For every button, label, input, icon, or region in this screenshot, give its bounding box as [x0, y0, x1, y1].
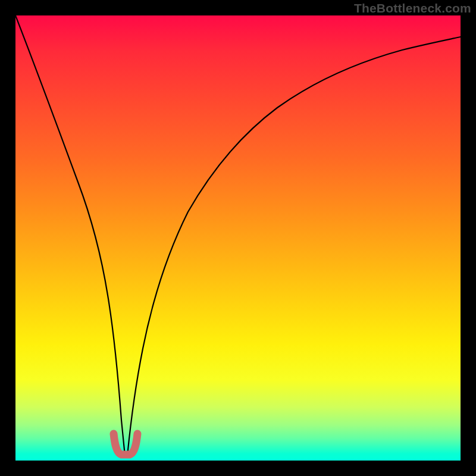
chart-svg — [15, 15, 461, 461]
bottleneck-curve-path — [15, 15, 461, 456]
chart-frame: TheBottleneck.com — [0, 0, 476, 476]
optimal-marker-path — [114, 434, 137, 455]
bottleneck-curve — [15, 15, 461, 456]
watermark-text: TheBottleneck.com — [354, 1, 471, 15]
optimal-marker — [114, 434, 137, 455]
plot-background-gradient — [15, 15, 461, 461]
